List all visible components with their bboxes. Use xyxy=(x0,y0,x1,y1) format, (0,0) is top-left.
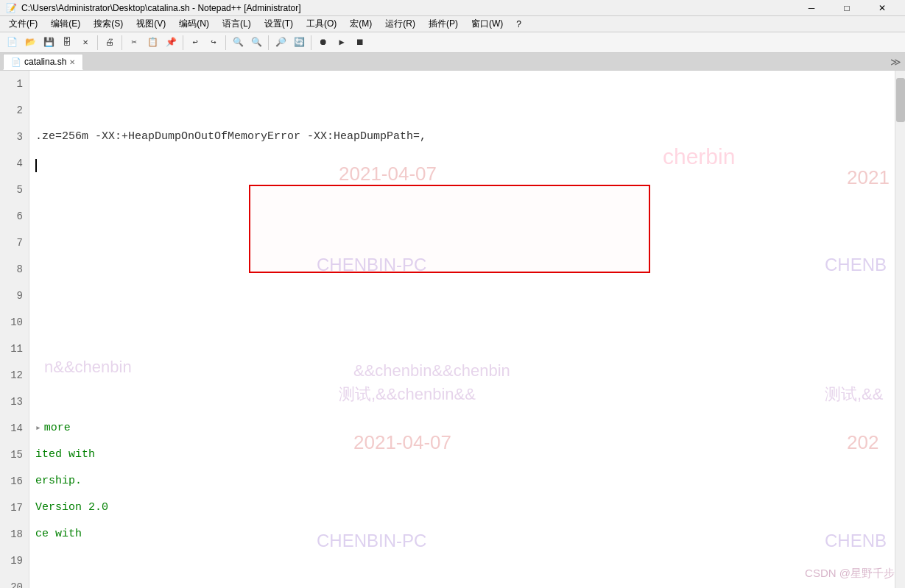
code-text-span: ited with xyxy=(35,442,95,468)
tab-bar: 📄 catalina.sh ✕ ≫ xyxy=(0,53,905,71)
code-line xyxy=(35,230,899,256)
line-number: 1 xyxy=(17,71,23,97)
line-number: 15 xyxy=(10,442,23,468)
menu-macro[interactable]: 宏(M) xyxy=(344,16,378,32)
new-button[interactable]: 📄 xyxy=(3,34,21,52)
menu-help[interactable]: ? xyxy=(510,18,527,31)
play-btn[interactable]: ▶ xyxy=(333,34,351,52)
tab-catalina[interactable]: 📄 catalina.sh ✕ xyxy=(3,54,83,70)
line-number: 13 xyxy=(10,389,23,415)
menu-tools[interactable]: 工具(O) xyxy=(300,16,342,32)
title-bar-icon: 📝 xyxy=(6,3,17,13)
code-line xyxy=(35,97,899,124)
title-bar: 📝 C:\Users\Administrator\Desktop\catalin… xyxy=(0,0,905,16)
find-button[interactable]: 🔎 xyxy=(272,34,289,52)
code-line xyxy=(35,574,899,588)
code-line: ited with xyxy=(35,442,899,468)
code-line xyxy=(35,548,899,574)
code-line xyxy=(35,177,899,203)
line-numbers: 1234567891011121314151617181920 xyxy=(0,71,29,588)
menu-settings[interactable]: 设置(T) xyxy=(258,16,299,32)
line-number: 4 xyxy=(17,150,23,177)
code-line xyxy=(35,389,899,415)
line-number: 7 xyxy=(17,230,23,256)
code-text-span: ce with xyxy=(35,521,82,548)
code-line xyxy=(35,256,899,283)
code-text-span: more xyxy=(44,415,71,442)
print-button[interactable]: 🖨 xyxy=(101,34,119,52)
scrollbar[interactable] xyxy=(895,71,905,588)
line-number: 11 xyxy=(10,336,23,362)
line-number: 9 xyxy=(17,283,23,309)
tab-arrow[interactable]: ≫ xyxy=(889,54,902,70)
editor[interactable]: 1234567891011121314151617181920 .ze=256m… xyxy=(0,71,905,588)
fold-icon[interactable]: ▸ xyxy=(35,415,41,442)
toolbar-sep-1 xyxy=(97,35,98,50)
line-number: 5 xyxy=(17,177,23,203)
line-number: 20 xyxy=(10,574,23,588)
line-number: 17 xyxy=(10,495,23,521)
cut-button[interactable]: ✂ xyxy=(125,34,143,52)
line-number: 10 xyxy=(10,309,23,336)
menu-bar: 文件(F) 编辑(E) 搜索(S) 视图(V) 编码(N) 语言(L) 设置(T… xyxy=(0,16,905,32)
tab-file-icon: 📄 xyxy=(11,57,21,67)
paste-button[interactable]: 📌 xyxy=(162,34,180,52)
menu-file[interactable]: 文件(F) xyxy=(3,16,43,32)
code-text-span: .ze=256m -XX:+HeapDumpOnOutOfMemoryError… xyxy=(35,124,426,150)
copy-button[interactable]: 📋 xyxy=(144,34,161,52)
code-line xyxy=(35,71,899,97)
line-number: 2 xyxy=(17,97,23,124)
code-line: Version 2.0 xyxy=(35,495,899,521)
menu-window[interactable]: 窗口(W) xyxy=(465,16,509,32)
tab-close-button[interactable]: ✕ xyxy=(69,58,75,66)
line-number: 19 xyxy=(10,548,23,574)
toolbar-sep-3 xyxy=(183,35,183,50)
code-text-span: ership. xyxy=(35,468,82,495)
close-button2[interactable]: ✕ xyxy=(77,34,94,52)
zoom-in-button[interactable]: 🔍 xyxy=(229,34,247,52)
line-number: 3 xyxy=(17,124,23,150)
toolbar-sep-6 xyxy=(311,35,311,50)
line-number: 18 xyxy=(10,521,23,548)
code-line: ership. xyxy=(35,468,899,495)
code-line: .ze=256m -XX:+HeapDumpOnOutOfMemoryError… xyxy=(35,124,899,150)
scrollbar-thumb[interactable] xyxy=(896,78,905,122)
menu-encoding[interactable]: 编码(N) xyxy=(173,16,215,32)
line-number: 6 xyxy=(17,203,23,230)
toolbar-sep-4 xyxy=(225,35,226,50)
line-number: 16 xyxy=(10,468,23,495)
close-button[interactable]: ✕ xyxy=(865,0,899,16)
menu-plugins[interactable]: 插件(P) xyxy=(423,16,464,32)
tab-label: catalina.sh xyxy=(24,57,66,67)
code-line xyxy=(35,336,899,362)
toolbar-sep-2 xyxy=(122,35,122,50)
code-line xyxy=(35,150,899,177)
stop-btn[interactable]: ⏹ xyxy=(351,34,369,52)
open-button[interactable]: 📂 xyxy=(21,34,39,52)
code-line xyxy=(35,362,899,389)
code-line xyxy=(35,203,899,230)
record-btn[interactable]: ⏺ xyxy=(314,34,332,52)
replace-button[interactable]: 🔄 xyxy=(290,34,308,52)
minimize-button[interactable]: ─ xyxy=(795,0,828,16)
code-line: ▸ more xyxy=(35,415,899,442)
toolbar-sep-5 xyxy=(268,35,269,50)
title-bar-title: C:\Users\Administrator\Desktop\catalina.… xyxy=(21,3,301,13)
maximize-button[interactable]: □ xyxy=(830,0,864,16)
undo-button[interactable]: ↩ xyxy=(186,34,204,52)
menu-edit[interactable]: 编辑(E) xyxy=(45,16,86,32)
code-line xyxy=(35,309,899,336)
line-number: 14 xyxy=(10,415,23,442)
title-bar-left: 📝 C:\Users\Administrator\Desktop\catalin… xyxy=(6,3,301,13)
save-all-button[interactable]: 🗄 xyxy=(58,34,76,52)
save-button[interactable]: 💾 xyxy=(40,34,57,52)
code-area[interactable]: .ze=256m -XX:+HeapDumpOnOutOfMemoryError… xyxy=(29,71,905,588)
menu-view[interactable]: 视图(V) xyxy=(130,16,172,32)
menu-run[interactable]: 运行(R) xyxy=(379,16,421,32)
redo-button[interactable]: ↪ xyxy=(205,34,222,52)
menu-language[interactable]: 语言(L) xyxy=(216,16,257,32)
zoom-out-button[interactable]: 🔍 xyxy=(247,34,265,52)
code-text-span: Version 2.0 xyxy=(35,495,108,521)
menu-search[interactable]: 搜索(S) xyxy=(88,16,129,32)
toolbar: 📄 📂 💾 🗄 ✕ 🖨 ✂ 📋 📌 ↩ ↪ 🔍 🔍 🔎 🔄 ⏺ ▶ ⏹ xyxy=(0,32,905,53)
